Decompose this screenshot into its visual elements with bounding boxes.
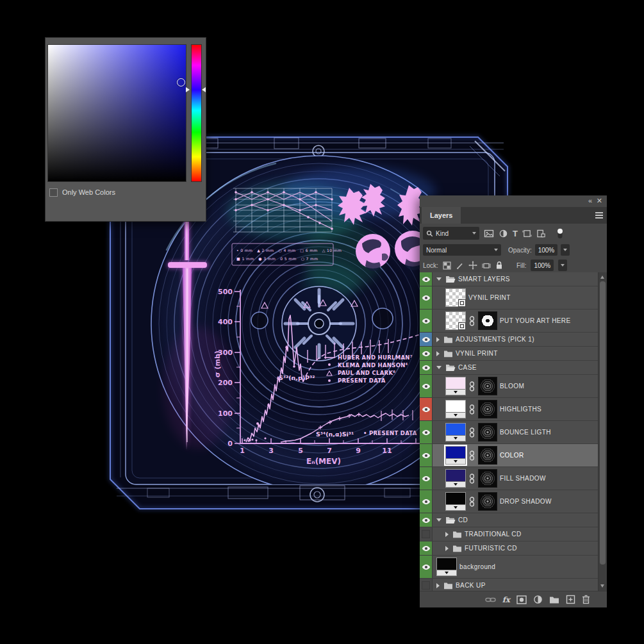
only-web-colors-checkbox[interactable] <box>49 188 58 197</box>
new-layer-button[interactable] <box>566 595 575 604</box>
layer-name[interactable]: BOUNCE LIGTH <box>500 429 551 436</box>
visibility-toggle[interactable] <box>420 272 433 286</box>
layer-thumbnail[interactable] <box>445 311 466 330</box>
group-row-back-up[interactable]: BACK UP <box>420 579 599 591</box>
layer-name[interactable]: SMART LAYERS <box>458 276 510 283</box>
group-row-smart-layers[interactable]: SMART LAYERS <box>420 272 599 286</box>
visibility-toggle[interactable] <box>420 579 433 591</box>
caret-down-icon[interactable] <box>436 277 442 281</box>
caret-right-icon[interactable] <box>445 532 449 537</box>
lock-pixels-brush-icon[interactable] <box>456 261 464 270</box>
scrollbar-thumb[interactable] <box>600 281 606 565</box>
layer-mask-thumbnail[interactable] <box>478 492 497 511</box>
group-row-cd[interactable]: CD <box>420 513 599 527</box>
caret-down-icon[interactable] <box>436 366 442 369</box>
lock-position-move-icon[interactable] <box>468 261 477 270</box>
layer-name[interactable]: DROP SHADOW <box>500 498 552 505</box>
layer-row-fill-shadow[interactable]: FILL SHADOW <box>420 467 599 490</box>
hue-slider-handle-right[interactable] <box>202 87 206 92</box>
layer-name[interactable]: VYNIL PRINT <box>468 294 511 301</box>
layer-name[interactable]: CASE <box>458 364 477 371</box>
layer-name[interactable]: TRADITIONAL CD <box>465 531 522 538</box>
layer-thumbnail[interactable] <box>445 400 466 418</box>
filter-adjustment-layers-icon[interactable] <box>499 229 508 238</box>
color-cursor[interactable] <box>177 78 185 87</box>
layer-row-color[interactable]: COLOR <box>420 444 599 467</box>
add-layer-mask-button[interactable] <box>516 595 527 604</box>
layer-thumbnail[interactable] <box>445 469 466 488</box>
layer-row-drop-shadow[interactable]: DROP SHADOW <box>420 490 599 513</box>
caret-right-icon[interactable] <box>436 351 440 356</box>
layer-row-background[interactable]: background <box>420 556 599 579</box>
layer-row-highligths[interactable]: HIGHLIGTHS <box>420 398 599 421</box>
caret-right-icon[interactable] <box>436 583 440 588</box>
visibility-toggle[interactable] <box>420 527 433 541</box>
visibility-toggle[interactable] <box>420 490 433 513</box>
lock-all-icon[interactable] <box>495 261 503 270</box>
layer-name[interactable]: PUT YOUR ART HERE <box>500 317 571 324</box>
visibility-toggle[interactable] <box>420 286 433 309</box>
visibility-toggle[interactable] <box>420 333 433 346</box>
filter-kind-dropdown[interactable]: Kind <box>423 227 479 240</box>
opacity-value-field[interactable]: 100% <box>535 244 558 256</box>
close-panel-icon[interactable]: ✕ <box>597 197 602 205</box>
layer-mask-thumbnail[interactable] <box>478 446 497 465</box>
fill-dropdown-button[interactable] <box>558 260 567 271</box>
filter-shape-layers-icon[interactable] <box>522 229 532 238</box>
add-adjustment-layer-button[interactable] <box>533 595 543 604</box>
layer-name[interactable]: BACK UP <box>456 582 486 589</box>
layer-list-scrollbar[interactable] <box>598 272 607 591</box>
group-row-vynil-print[interactable]: VYNIL PRINT <box>420 347 599 361</box>
visibility-toggle[interactable] <box>420 398 433 420</box>
layer-row-vynil-print[interactable]: VYNIL PRINT <box>420 286 599 310</box>
scroll-up-arrow[interactable] <box>600 276 604 279</box>
layer-name[interactable]: FILL SHADOW <box>500 475 546 482</box>
new-group-button[interactable] <box>549 595 559 604</box>
visibility-toggle[interactable] <box>420 310 433 332</box>
fill-value-field[interactable]: 100% <box>531 260 554 271</box>
layer-mask-thumbnail[interactable] <box>478 469 497 488</box>
layer-thumbnail[interactable] <box>445 377 466 395</box>
blend-mode-dropdown[interactable]: Normal <box>423 244 501 256</box>
layer-thumbnail[interactable] <box>436 557 457 576</box>
layer-thumbnail[interactable] <box>445 288 466 307</box>
layer-mask-thumbnail[interactable] <box>478 377 497 395</box>
layer-row-bloom[interactable]: BLOOM <box>420 375 599 398</box>
filter-type-layers-icon[interactable]: T <box>513 229 518 238</box>
layer-thumbnail[interactable] <box>445 423 466 442</box>
visibility-toggle[interactable] <box>420 513 433 527</box>
layer-name[interactable]: COLOR <box>500 452 524 459</box>
hue-slider-handle-left[interactable] <box>186 87 190 92</box>
group-row-traditional-cd[interactable]: TRADITIONAL CD <box>420 527 599 541</box>
link-layers-button[interactable] <box>485 595 496 604</box>
opacity-dropdown-button[interactable] <box>561 244 570 256</box>
layer-mask-thumbnail[interactable] <box>478 400 497 418</box>
filter-smart-objects-icon[interactable] <box>536 229 546 238</box>
filter-pixel-layers-icon[interactable] <box>484 229 494 238</box>
layer-name[interactable]: VYNIL PRINT <box>456 350 498 357</box>
layer-name[interactable]: HIGHLIGTHS <box>500 406 541 413</box>
layer-mask-thumbnail[interactable] <box>478 311 497 330</box>
caret-down-icon[interactable] <box>436 518 442 522</box>
visibility-toggle[interactable] <box>420 421 433 443</box>
visibility-toggle[interactable] <box>420 467 433 490</box>
layer-name[interactable]: CD <box>458 516 468 524</box>
lock-artboard-icon[interactable] <box>482 261 491 270</box>
visibility-toggle[interactable] <box>420 347 433 360</box>
layer-thumbnail[interactable] <box>445 446 466 465</box>
visibility-toggle[interactable] <box>420 375 433 397</box>
layer-row-put-your-art-here[interactable]: PUT YOUR ART HERE <box>420 310 599 333</box>
visibility-toggle[interactable] <box>420 556 433 578</box>
group-row-case[interactable]: CASE <box>420 361 599 375</box>
caret-right-icon[interactable] <box>436 337 440 342</box>
layer-name[interactable]: BLOOM <box>500 383 524 390</box>
visibility-toggle[interactable] <box>420 361 433 374</box>
layer-mask-thumbnail[interactable] <box>478 423 497 442</box>
lock-transparency-icon[interactable] <box>443 261 451 270</box>
saturation-brightness-field[interactable] <box>47 44 186 182</box>
caret-right-icon[interactable] <box>445 546 449 551</box>
collapse-panel-icon[interactable]: « <box>588 197 591 204</box>
layer-thumbnail[interactable] <box>445 492 466 511</box>
filter-toggle-switch[interactable] <box>556 228 565 239</box>
delete-layer-button[interactable] <box>582 595 590 604</box>
